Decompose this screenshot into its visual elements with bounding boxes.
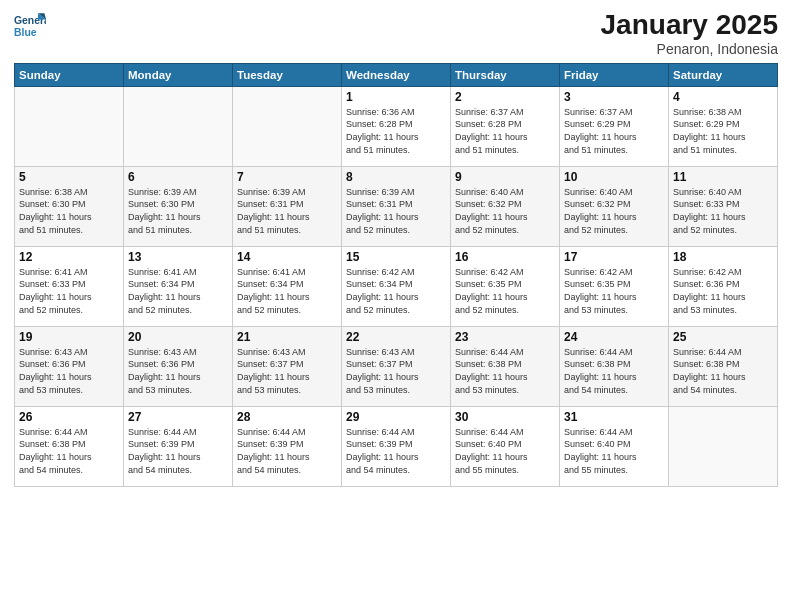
day-number: 9 [455, 170, 555, 184]
day-number: 15 [346, 250, 446, 264]
day-info: Sunrise: 6:39 AM Sunset: 6:30 PM Dayligh… [128, 186, 228, 236]
calendar-cell: 7Sunrise: 6:39 AM Sunset: 6:31 PM Daylig… [233, 166, 342, 246]
day-number: 26 [19, 410, 119, 424]
day-info: Sunrise: 6:43 AM Sunset: 6:36 PM Dayligh… [19, 346, 119, 396]
header-tuesday: Tuesday [233, 63, 342, 86]
calendar-cell: 14Sunrise: 6:41 AM Sunset: 6:34 PM Dayli… [233, 246, 342, 326]
subtitle: Penaron, Indonesia [601, 41, 778, 57]
day-info: Sunrise: 6:44 AM Sunset: 6:40 PM Dayligh… [564, 426, 664, 476]
day-number: 8 [346, 170, 446, 184]
day-info: Sunrise: 6:42 AM Sunset: 6:34 PM Dayligh… [346, 266, 446, 316]
day-info: Sunrise: 6:43 AM Sunset: 6:36 PM Dayligh… [128, 346, 228, 396]
day-info: Sunrise: 6:38 AM Sunset: 6:30 PM Dayligh… [19, 186, 119, 236]
calendar-cell: 20Sunrise: 6:43 AM Sunset: 6:36 PM Dayli… [124, 326, 233, 406]
calendar-cell: 12Sunrise: 6:41 AM Sunset: 6:33 PM Dayli… [15, 246, 124, 326]
header-row: Sunday Monday Tuesday Wednesday Thursday… [15, 63, 778, 86]
calendar-cell: 30Sunrise: 6:44 AM Sunset: 6:40 PM Dayli… [451, 406, 560, 486]
day-number: 14 [237, 250, 337, 264]
day-info: Sunrise: 6:39 AM Sunset: 6:31 PM Dayligh… [346, 186, 446, 236]
main-title: January 2025 [601, 10, 778, 41]
day-number: 21 [237, 330, 337, 344]
header-monday: Monday [124, 63, 233, 86]
day-info: Sunrise: 6:40 AM Sunset: 6:33 PM Dayligh… [673, 186, 773, 236]
calendar-cell: 2Sunrise: 6:37 AM Sunset: 6:28 PM Daylig… [451, 86, 560, 166]
day-number: 11 [673, 170, 773, 184]
day-info: Sunrise: 6:41 AM Sunset: 6:34 PM Dayligh… [237, 266, 337, 316]
header-friday: Friday [560, 63, 669, 86]
day-number: 7 [237, 170, 337, 184]
calendar-cell: 28Sunrise: 6:44 AM Sunset: 6:39 PM Dayli… [233, 406, 342, 486]
day-number: 28 [237, 410, 337, 424]
calendar-cell: 22Sunrise: 6:43 AM Sunset: 6:37 PM Dayli… [342, 326, 451, 406]
day-number: 10 [564, 170, 664, 184]
day-number: 24 [564, 330, 664, 344]
calendar-cell: 21Sunrise: 6:43 AM Sunset: 6:37 PM Dayli… [233, 326, 342, 406]
day-number: 2 [455, 90, 555, 104]
day-number: 27 [128, 410, 228, 424]
day-info: Sunrise: 6:37 AM Sunset: 6:28 PM Dayligh… [455, 106, 555, 156]
calendar-cell: 11Sunrise: 6:40 AM Sunset: 6:33 PM Dayli… [669, 166, 778, 246]
calendar-cell: 18Sunrise: 6:42 AM Sunset: 6:36 PM Dayli… [669, 246, 778, 326]
day-number: 29 [346, 410, 446, 424]
day-number: 12 [19, 250, 119, 264]
day-info: Sunrise: 6:44 AM Sunset: 6:39 PM Dayligh… [237, 426, 337, 476]
day-number: 6 [128, 170, 228, 184]
day-info: Sunrise: 6:42 AM Sunset: 6:35 PM Dayligh… [455, 266, 555, 316]
day-number: 5 [19, 170, 119, 184]
calendar-cell: 15Sunrise: 6:42 AM Sunset: 6:34 PM Dayli… [342, 246, 451, 326]
day-number: 18 [673, 250, 773, 264]
calendar-cell: 29Sunrise: 6:44 AM Sunset: 6:39 PM Dayli… [342, 406, 451, 486]
header-thursday: Thursday [451, 63, 560, 86]
day-number: 16 [455, 250, 555, 264]
day-info: Sunrise: 6:38 AM Sunset: 6:29 PM Dayligh… [673, 106, 773, 156]
day-info: Sunrise: 6:44 AM Sunset: 6:38 PM Dayligh… [455, 346, 555, 396]
calendar-table: Sunday Monday Tuesday Wednesday Thursday… [14, 63, 778, 487]
calendar-cell: 6Sunrise: 6:39 AM Sunset: 6:30 PM Daylig… [124, 166, 233, 246]
logo-icon: General Blue [14, 10, 46, 42]
calendar-cell [124, 86, 233, 166]
calendar-cell: 23Sunrise: 6:44 AM Sunset: 6:38 PM Dayli… [451, 326, 560, 406]
day-info: Sunrise: 6:40 AM Sunset: 6:32 PM Dayligh… [564, 186, 664, 236]
day-info: Sunrise: 6:42 AM Sunset: 6:35 PM Dayligh… [564, 266, 664, 316]
header: General Blue January 2025 Penaron, Indon… [14, 10, 778, 57]
calendar-cell: 9Sunrise: 6:40 AM Sunset: 6:32 PM Daylig… [451, 166, 560, 246]
day-info: Sunrise: 6:39 AM Sunset: 6:31 PM Dayligh… [237, 186, 337, 236]
day-info: Sunrise: 6:44 AM Sunset: 6:40 PM Dayligh… [455, 426, 555, 476]
calendar-cell [669, 406, 778, 486]
calendar-cell: 5Sunrise: 6:38 AM Sunset: 6:30 PM Daylig… [15, 166, 124, 246]
calendar-cell [233, 86, 342, 166]
header-saturday: Saturday [669, 63, 778, 86]
day-info: Sunrise: 6:42 AM Sunset: 6:36 PM Dayligh… [673, 266, 773, 316]
calendar-cell: 8Sunrise: 6:39 AM Sunset: 6:31 PM Daylig… [342, 166, 451, 246]
day-info: Sunrise: 6:37 AM Sunset: 6:29 PM Dayligh… [564, 106, 664, 156]
calendar-cell: 16Sunrise: 6:42 AM Sunset: 6:35 PM Dayli… [451, 246, 560, 326]
calendar-week-4: 26Sunrise: 6:44 AM Sunset: 6:38 PM Dayli… [15, 406, 778, 486]
day-number: 23 [455, 330, 555, 344]
calendar-cell: 13Sunrise: 6:41 AM Sunset: 6:34 PM Dayli… [124, 246, 233, 326]
calendar-week-3: 19Sunrise: 6:43 AM Sunset: 6:36 PM Dayli… [15, 326, 778, 406]
logo: General Blue [14, 10, 46, 42]
day-info: Sunrise: 6:36 AM Sunset: 6:28 PM Dayligh… [346, 106, 446, 156]
day-number: 30 [455, 410, 555, 424]
calendar-cell: 19Sunrise: 6:43 AM Sunset: 6:36 PM Dayli… [15, 326, 124, 406]
calendar-cell: 1Sunrise: 6:36 AM Sunset: 6:28 PM Daylig… [342, 86, 451, 166]
day-number: 1 [346, 90, 446, 104]
calendar-cell: 10Sunrise: 6:40 AM Sunset: 6:32 PM Dayli… [560, 166, 669, 246]
day-info: Sunrise: 6:44 AM Sunset: 6:39 PM Dayligh… [346, 426, 446, 476]
calendar-cell: 3Sunrise: 6:37 AM Sunset: 6:29 PM Daylig… [560, 86, 669, 166]
calendar-cell: 26Sunrise: 6:44 AM Sunset: 6:38 PM Dayli… [15, 406, 124, 486]
day-info: Sunrise: 6:44 AM Sunset: 6:39 PM Dayligh… [128, 426, 228, 476]
calendar-week-0: 1Sunrise: 6:36 AM Sunset: 6:28 PM Daylig… [15, 86, 778, 166]
day-number: 20 [128, 330, 228, 344]
day-info: Sunrise: 6:41 AM Sunset: 6:33 PM Dayligh… [19, 266, 119, 316]
day-info: Sunrise: 6:43 AM Sunset: 6:37 PM Dayligh… [346, 346, 446, 396]
header-sunday: Sunday [15, 63, 124, 86]
day-number: 17 [564, 250, 664, 264]
day-number: 19 [19, 330, 119, 344]
title-block: January 2025 Penaron, Indonesia [601, 10, 778, 57]
day-info: Sunrise: 6:43 AM Sunset: 6:37 PM Dayligh… [237, 346, 337, 396]
header-wednesday: Wednesday [342, 63, 451, 86]
calendar-cell: 4Sunrise: 6:38 AM Sunset: 6:29 PM Daylig… [669, 86, 778, 166]
day-info: Sunrise: 6:40 AM Sunset: 6:32 PM Dayligh… [455, 186, 555, 236]
day-info: Sunrise: 6:44 AM Sunset: 6:38 PM Dayligh… [564, 346, 664, 396]
